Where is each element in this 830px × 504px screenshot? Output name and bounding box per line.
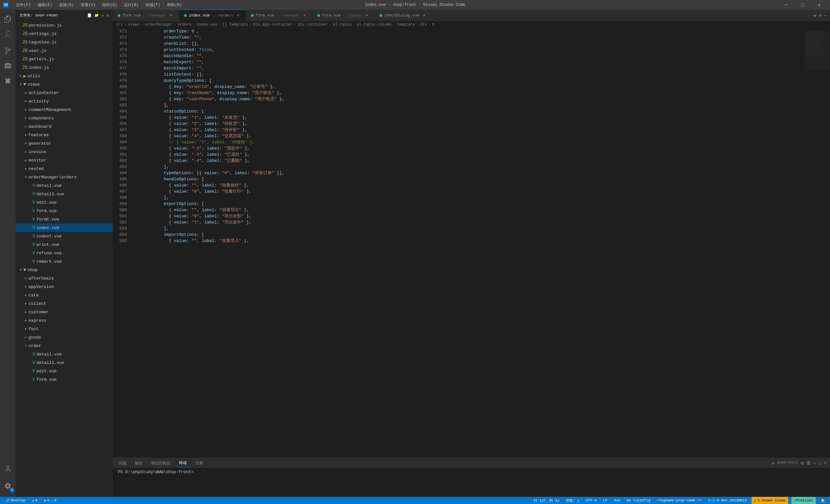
activity-account[interactable] — [0, 461, 15, 476]
breadcrumb-template[interactable]: {} template — [222, 22, 248, 27]
breadcrumb-src[interactable]: src — [116, 22, 123, 27]
more-actions-icon[interactable]: ⋯ — [824, 13, 827, 18]
sidebar-item-settings[interactable]: JS settings.js — [15, 30, 113, 38]
new-file-icon[interactable]: 📄 — [87, 13, 92, 18]
sidebar-item-getters[interactable]: JS getters.js — [15, 55, 113, 63]
status-branch[interactable]: ⎇ develop — [3, 499, 27, 503]
tab-checkdialog-vue[interactable]: checkDialog.vue × — [375, 10, 432, 21]
panel-tab-output[interactable]: 输出 — [132, 459, 145, 467]
menu-help[interactable]: 帮助(H) — [164, 2, 185, 8]
status-tsconfig[interactable]: No tsconfig — [625, 499, 652, 502]
sidebar-item-order-edit[interactable]: V edit.vue — [15, 367, 113, 375]
breadcrumb-el-table-column[interactable]: el-table-column — [357, 22, 392, 27]
sidebar-item-edit-vue[interactable]: V edit.vue — [15, 198, 113, 207]
sidebar-item-index-vue[interactable]: V index.vue — [15, 223, 113, 232]
status-tagname[interactable]: <TagName prop-name /> — [655, 499, 704, 502]
activity-debug[interactable] — [0, 58, 15, 74]
activity-settings[interactable]: 1 — [0, 478, 15, 494]
sidebar-item-express[interactable]: ▶ express — [15, 316, 113, 325]
sidebar-item-print-vue[interactable]: V print.vue — [15, 240, 113, 249]
sidebar-item-goods[interactable]: ▶ goods — [15, 333, 113, 342]
sidebar-item-order-detail[interactable]: V detail.vue — [15, 350, 113, 358]
status-position[interactable]: 行 157，列 41 — [532, 498, 561, 503]
sidebar-item-components[interactable]: ▶ components — [15, 114, 113, 122]
sidebar-item-utils[interactable]: ▶ ▶ utils — [15, 72, 113, 80]
status-sync[interactable]: ↺ 0 — [30, 499, 39, 503]
tab-form-vue-manager2[interactable]: form.vue ...\manager × — [246, 10, 313, 21]
breadcrumb-orders[interactable]: orders — [178, 22, 192, 27]
run-icon[interactable]: ▶ — [814, 13, 817, 18]
refresh-icon[interactable]: ↺ — [102, 13, 104, 18]
collapse-all-icon[interactable]: ⊟ — [107, 13, 109, 18]
split-editor-icon[interactable]: ⊞ — [819, 13, 822, 18]
tab-close-icon[interactable]: × — [168, 13, 174, 19]
panel-tab-comments[interactable]: 注释 — [193, 459, 205, 467]
tab-index-vue-orders[interactable]: index.vue ...\orders × — [179, 10, 246, 21]
sidebar-item-afterseals[interactable]: ▶ afterSeals — [15, 274, 113, 282]
sidebar-item-order-form[interactable]: V form.vue — [15, 375, 113, 384]
more-icon[interactable]: ⋯ — [813, 461, 816, 466]
terminal-content[interactable]: PS D:\phpStudy\WWW\shop-front> — [113, 468, 830, 497]
sidebar-item-detail-vue[interactable]: V detail.vue — [15, 181, 113, 190]
sidebar-item-cate[interactable]: ▶ cate — [15, 291, 113, 300]
activity-source-control[interactable] — [0, 42, 15, 58]
sidebar-item-refund-vue[interactable]: V refund.vue — [15, 249, 113, 257]
status-errors[interactable]: ⊗ 0 ⚠ 0 — [42, 499, 58, 503]
sidebar-item-customer[interactable]: ▶ customer — [15, 308, 113, 316]
sidebar-item-views[interactable]: ▼ ▼ views — [15, 80, 113, 89]
sidebar-item-generator[interactable]: ▶ generator — [15, 139, 113, 148]
sidebar-item-actioncenter[interactable]: ▶ actionCenter — [15, 89, 113, 97]
breadcrumb-b[interactable]: b — [432, 22, 435, 27]
breadcrumb-div-app[interactable]: div.app-container — [253, 22, 293, 27]
menu-file[interactable]: 文件(F) — [13, 2, 33, 8]
status-prettier[interactable]: ✓ Prettier — [791, 497, 816, 504]
tab-close-icon[interactable]: × — [421, 13, 427, 19]
sidebar-item-activity[interactable]: ▶ activity — [15, 97, 113, 105]
breadcrumb-views[interactable]: views — [128, 22, 140, 27]
sidebar-item-indext-vue[interactable]: V indext.vue — [15, 232, 113, 240]
menu-terminal[interactable]: 终端(T) — [143, 2, 163, 8]
activity-explorer[interactable] — [0, 11, 15, 27]
tab-close-icon[interactable]: × — [364, 13, 370, 19]
new-folder-icon[interactable]: 📁 — [94, 13, 99, 18]
breadcrumb-div-container[interactable]: div.container — [298, 22, 328, 27]
sidebar-item-detail1-vue[interactable]: V detail1.vue — [15, 190, 113, 198]
panel-tab-terminal[interactable]: 终端 — [177, 459, 189, 467]
sidebar-item-index-js[interactable]: JS index.js — [15, 63, 113, 72]
sidebar-item-commentmanagement[interactable]: ▶ commentManagement — [15, 105, 113, 114]
maximize-button[interactable]: □ — [795, 0, 810, 10]
sidebar-item-nested[interactable]: ▶ nested — [15, 164, 113, 173]
status-spaces[interactable]: 空格: 2 — [564, 498, 581, 503]
code-editor[interactable]: orderType: 0 , createTime: "", checkList… — [130, 28, 804, 458]
sidebar-item-appversion[interactable]: ▶ appVersion — [15, 282, 113, 291]
panel-tab-debug-console[interactable]: 调试控制台 — [149, 459, 173, 467]
breadcrumb-index-vue[interactable]: index.vue — [196, 22, 218, 27]
breadcrumb-el-table[interactable]: el-table — [333, 22, 352, 27]
tab-close-icon[interactable]: × — [235, 13, 241, 19]
sidebar-item-remark-vue[interactable]: V remark.vue — [15, 257, 113, 265]
status-language[interactable]: Vue — [612, 499, 622, 502]
sidebar-item-shop[interactable]: ▼ ▼ shop — [15, 265, 113, 274]
sidebar-item-ordermanager[interactable]: ▼ orderManager\orders — [15, 173, 113, 181]
sidebar-item-invoice[interactable]: ▶ invoice — [15, 148, 113, 156]
sidebar-item-order[interactable]: ▼ order — [15, 342, 113, 350]
menu-select[interactable]: 选择(S) — [56, 2, 76, 8]
sidebar-item-collect[interactable]: ▶ collect — [15, 300, 113, 308]
add-terminal-icon[interactable]: ⊕ — [772, 461, 774, 466]
split-terminal-icon[interactable]: ⊞ — [801, 461, 803, 466]
sidebar-item-monitor[interactable]: ▶ monitor — [15, 156, 113, 164]
sidebar-item-tagsview[interactable]: JS tagsView.js — [15, 38, 113, 46]
status-version[interactable]: 5.2.0-dev.20230613 — [706, 499, 748, 502]
close-panel-icon[interactable]: × — [824, 461, 827, 466]
trash-icon[interactable]: 🗑 — [806, 461, 811, 466]
sidebar-item-order-detail1[interactable]: V detail1.vue — [15, 358, 113, 367]
breadcrumb-ordermanager[interactable]: orderManager — [145, 22, 172, 27]
tab-close-icon[interactable]: × — [301, 13, 307, 19]
status-encoding[interactable]: UTF-8 — [584, 499, 598, 502]
status-line-ending[interactable]: LF — [601, 499, 609, 502]
sidebar-item-form-vue[interactable]: V form.vue — [15, 207, 113, 215]
activity-extensions[interactable] — [0, 74, 15, 89]
panel-tab-problems[interactable]: 问题 — [116, 459, 129, 467]
menu-run[interactable]: 运行(R) — [121, 2, 141, 8]
menu-edit[interactable]: 编辑(E) — [35, 2, 55, 8]
